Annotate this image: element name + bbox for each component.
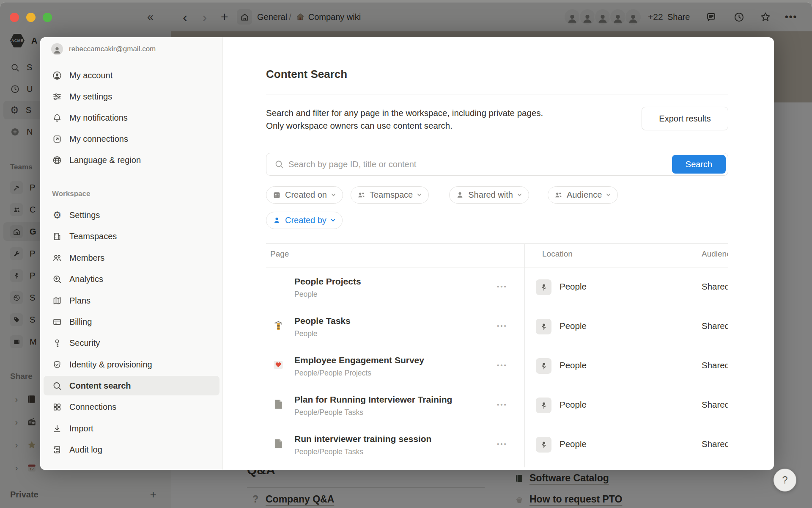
chevron-down-icon: [605, 192, 612, 198]
filter-created-by[interactable]: Created by: [266, 212, 343, 229]
person-icon: [272, 216, 281, 225]
grid-icon: [52, 402, 62, 412]
export-results-button[interactable]: Export results: [642, 107, 728, 130]
app-window: « ‹ › + General / Company wiki +22 Share…: [0, 3, 812, 508]
page-description: Search and filter for any page in the wo…: [266, 107, 543, 132]
active-filter-row: Created by: [266, 212, 343, 229]
settings-item-audit-log[interactable]: Audit log: [44, 440, 219, 459]
settings-sidebar: rebeccamcakir@gmail.com My account My se…: [40, 37, 223, 470]
filter-shared-with[interactable]: Shared with: [449, 186, 529, 204]
teamspace-flower-icon: [536, 358, 551, 374]
table-row[interactable]: People Tasks People ••• People Shared: [266, 307, 728, 346]
zoom-window-button[interactable]: [43, 13, 52, 22]
search-icon: [274, 159, 284, 169]
row-more-icon[interactable]: •••: [497, 362, 508, 369]
calendar-icon: [272, 190, 281, 199]
settings-item-my-notifications[interactable]: My notifications: [44, 108, 219, 127]
page-icon: [272, 437, 285, 450]
filter-audience[interactable]: Audience: [548, 186, 618, 204]
table-row[interactable]: Run interviewer training session People/…: [266, 425, 728, 464]
help-button[interactable]: ?: [774, 469, 796, 491]
settings-item-members[interactable]: Members: [44, 248, 219, 268]
crane-icon: [272, 319, 285, 332]
account-row: rebeccamcakir@gmail.com: [51, 43, 156, 55]
row-more-icon[interactable]: •••: [497, 401, 508, 408]
row-more-icon[interactable]: •••: [497, 440, 508, 447]
table-row[interactable]: Plan for Running Interviewer Training Pe…: [266, 386, 728, 425]
filter-teamspace[interactable]: Teamspace: [351, 186, 429, 204]
column-header-page[interactable]: Page: [270, 249, 289, 259]
table-row[interactable]: Employee Engagement Survey People/People…: [266, 346, 728, 386]
search-bar: Search: [266, 153, 728, 176]
search-button[interactable]: Search: [672, 155, 726, 174]
people-icon: [554, 190, 563, 199]
divider: [266, 94, 728, 94]
members-icon: [52, 253, 62, 263]
sliders-icon: [52, 91, 62, 102]
settings-item-my-connections[interactable]: My connections: [44, 129, 219, 149]
row-more-icon[interactable]: •••: [497, 322, 508, 329]
settings-item-teamspaces[interactable]: Teamspaces: [44, 226, 219, 246]
teamspace-flower-icon: [536, 398, 551, 413]
teamspace-flower-icon: [536, 437, 551, 453]
page-icon: [272, 398, 285, 411]
settings-item-analytics[interactable]: Analytics: [44, 269, 219, 289]
settings-modal: rebeccamcakir@gmail.com My account My se…: [40, 37, 774, 470]
table-row[interactable]: People Projects People ••• People Shared: [266, 268, 728, 307]
building-icon: [52, 231, 62, 241]
search-icon: [52, 381, 62, 391]
teamspace-flower-icon: [536, 319, 551, 334]
settings-item-settings[interactable]: ⚙ Settings: [44, 205, 219, 225]
settings-item-import[interactable]: Import: [44, 419, 219, 438]
settings-item-identity-provisioning[interactable]: Identity & provisioning: [44, 355, 219, 374]
cloud-icon: [272, 280, 285, 293]
person-icon: [455, 190, 464, 199]
person-circle-icon: [52, 70, 62, 80]
page-title: Content Search: [266, 68, 347, 81]
key-icon: [52, 338, 62, 348]
chevron-down-icon: [516, 192, 523, 198]
account-email: rebeccamcakir@gmail.com: [69, 45, 156, 53]
filter-chips-row: Created on Teamspace Shared with Audienc…: [266, 186, 618, 204]
content-search-panel: Content Search Search and filter for any…: [223, 37, 774, 470]
close-window-button[interactable]: [10, 13, 19, 22]
settings-item-my-account[interactable]: My account: [44, 66, 219, 85]
bell-icon: [52, 113, 62, 123]
chevron-down-icon: [330, 217, 336, 224]
teamspace-flower-icon: [536, 279, 551, 295]
gear-icon: ⚙: [52, 210, 62, 220]
row-more-icon[interactable]: •••: [497, 283, 508, 290]
column-header-audience[interactable]: Audience: [702, 249, 728, 259]
external-link-icon: [52, 134, 62, 144]
magnifier-plus-icon: [52, 274, 62, 284]
heart-card-icon: [272, 359, 285, 371]
account-avatar: [51, 43, 63, 55]
minimize-window-button[interactable]: [26, 13, 36, 22]
settings-item-plans[interactable]: Plans: [44, 291, 219, 310]
globe-icon: [52, 155, 62, 165]
settings-item-billing[interactable]: Billing: [44, 312, 219, 331]
filter-created-on[interactable]: Created on: [266, 186, 343, 204]
chevron-down-icon: [416, 192, 422, 198]
settings-item-connections[interactable]: Connections: [44, 397, 219, 417]
chevron-down-icon: [330, 192, 337, 198]
settings-item-content-search[interactable]: Content search: [44, 376, 219, 395]
settings-item-language-region[interactable]: Language & region: [44, 150, 219, 170]
map-icon: [52, 295, 62, 306]
settings-item-my-settings[interactable]: My settings: [44, 87, 219, 106]
table-top-border: [266, 243, 728, 244]
settings-item-security[interactable]: Security: [44, 333, 219, 353]
column-header-location[interactable]: Location: [542, 249, 573, 259]
credit-card-icon: [52, 317, 62, 327]
import-arrow-icon: [52, 423, 62, 433]
workspace-section-header: Workspace: [52, 190, 90, 198]
people-icon: [357, 190, 366, 199]
search-input[interactable]: [288, 160, 668, 169]
shield-check-icon: [52, 359, 62, 370]
scroll-icon: [52, 444, 62, 455]
